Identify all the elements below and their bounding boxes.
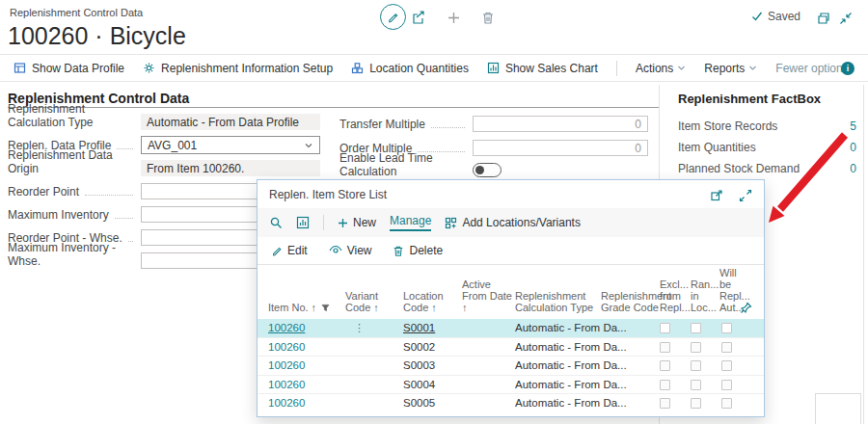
collapse-page-button[interactable] <box>839 12 853 25</box>
replenishment-calculation-type-field: Automatic - From Data Profile <box>141 114 320 130</box>
rank-in-loc-checkbox[interactable] <box>691 342 701 353</box>
delete-button[interactable] <box>481 11 495 25</box>
new-row-button[interactable]: New <box>338 216 376 229</box>
fewer-options-button[interactable]: Fewer options <box>775 62 848 75</box>
planned-stock-demand-value[interactable]: 0 <box>850 162 856 175</box>
actions-menu-label: Actions <box>636 62 673 75</box>
expand-icon[interactable] <box>739 189 752 202</box>
setup-gear-icon <box>143 62 155 74</box>
row-context-menu-icon[interactable]: ⋮ <box>354 322 365 334</box>
field-label: Replenishment Data Origin <box>8 161 137 175</box>
collapse-icon <box>839 12 853 25</box>
share-icon <box>412 11 426 25</box>
check-icon <box>751 11 763 22</box>
table-row[interactable]: 100260 S0005 Automatic - From Da... <box>258 394 764 413</box>
share-button[interactable] <box>412 11 426 25</box>
open-in-window-button[interactable] <box>817 12 830 25</box>
rank-in-loc-checkbox[interactable] <box>691 380 701 390</box>
replen-data-profile-value: AVG_001 <box>148 139 197 152</box>
excl-from-repl-checkbox[interactable] <box>660 342 670 353</box>
location-code-cell: S0004 <box>403 379 435 390</box>
view-row-label: View <box>347 244 372 257</box>
funnel-icon <box>321 304 330 312</box>
table-row[interactable]: 100260 ⋮ S0001 Automatic - From Da... <box>258 319 764 338</box>
calc-type-cell: Automatic - From Da... <box>515 379 627 390</box>
excl-from-repl-checkbox[interactable] <box>660 380 670 390</box>
location-code-cell: S0002 <box>403 341 435 353</box>
column-header-rank-in-loc[interactable]: Ran... in Loc... <box>691 278 718 313</box>
show-data-profile-label: Show Data Profile <box>32 62 124 75</box>
popout-icon[interactable] <box>710 189 723 202</box>
edit-row-button[interactable]: Edit <box>271 244 308 257</box>
factbox-title: Replenishment FactBox <box>678 92 821 106</box>
enable-lead-time-toggle[interactable] <box>473 163 502 177</box>
column-header-variant-code[interactable]: Variant Code ↑ <box>345 290 405 313</box>
will-be-repl-aut-checkbox[interactable] <box>721 398 732 409</box>
excl-from-repl-checkbox[interactable] <box>660 398 670 409</box>
item-no-link[interactable]: 100260 <box>268 322 305 333</box>
plus-icon <box>447 11 461 25</box>
item-no-link[interactable]: 100260 <box>268 397 305 409</box>
location-code-cell: S0003 <box>403 359 435 371</box>
rank-in-loc-checkbox[interactable] <box>691 360 701 371</box>
calc-type-cell: Automatic - From Da... <box>515 359 627 371</box>
table-row[interactable]: 100260 S0002 Automatic - From Da... <box>258 338 764 358</box>
location-code-cell[interactable]: S0001 <box>403 322 435 333</box>
excl-from-repl-checkbox[interactable] <box>660 360 670 371</box>
reports-menu-label: Reports <box>704 62 745 75</box>
order-multiple-input[interactable]: 0 <box>473 140 648 156</box>
location-quantities-button[interactable]: Location Quantities <box>351 62 469 75</box>
column-header-excl-from-repl[interactable]: Excl... from Repl... <box>660 278 689 313</box>
actions-menu[interactable]: Actions <box>636 62 686 75</box>
reports-menu[interactable]: Reports <box>704 62 757 75</box>
item-quantities-value[interactable]: 0 <box>850 141 856 154</box>
add-locations-variants-button[interactable]: Add Locations/Variants <box>445 216 581 229</box>
item-no-link[interactable]: 100260 <box>268 341 305 353</box>
column-header-active-from-date[interactable]: Active From Date ↑ <box>462 278 515 313</box>
replenishment-information-setup-button[interactable]: Replenishment Information Setup <box>143 62 333 75</box>
column-header-will-be-repl-aut[interactable]: Will be Repl... Aut... <box>719 267 750 313</box>
item-store-records-value[interactable]: 5 <box>850 119 856 133</box>
view-row-button[interactable]: View <box>329 244 372 257</box>
field-label: Maximum Inventory - Whse. <box>8 253 137 268</box>
field-label: Enable Lead Time Calculation <box>339 164 463 178</box>
column-header-location-code[interactable]: Location Code ↑ <box>403 290 463 313</box>
manage-tab[interactable]: Manage <box>390 214 431 231</box>
info-icon[interactable]: i <box>841 62 854 75</box>
restore-window-icon <box>817 12 830 25</box>
table-row[interactable]: 100260 S0003 Automatic - From Da... <box>258 357 764 376</box>
replenishment-control-data-page: Replenishment Control Data 100260 · Bicy… <box>0 0 868 424</box>
will-be-repl-aut-checkbox[interactable] <box>721 380 732 390</box>
chevron-down-icon <box>677 64 686 72</box>
show-sales-chart-button[interactable]: Show Sales Chart <box>487 62 598 75</box>
column-header-item-no[interactable]: Item No. ↑ <box>268 302 343 313</box>
replen-item-store-list-dialog: Replen. Item Store List New Manage <box>257 179 765 417</box>
analyze-icon[interactable] <box>296 216 310 229</box>
show-data-profile-button[interactable]: Show Data Profile <box>14 62 124 75</box>
new-row-label: New <box>353 216 376 229</box>
item-no-link[interactable]: 100260 <box>268 359 305 371</box>
delete-row-button[interactable]: Delete <box>393 244 443 257</box>
will-be-repl-aut-checkbox[interactable] <box>721 360 732 371</box>
item-no-link[interactable]: 100260 <box>268 379 305 390</box>
planned-stock-demand-label: Planned Stock Demand <box>678 162 800 175</box>
excl-from-repl-checkbox[interactable] <box>660 323 670 333</box>
item-quantities-label: Item Quantities <box>678 141 756 154</box>
chevron-down-icon[interactable] <box>304 141 313 150</box>
rank-in-loc-checkbox[interactable] <box>691 398 701 409</box>
column-header-replenishment-calculation-type[interactable]: Replenishment Calculation Type <box>515 290 600 313</box>
edit-button[interactable] <box>380 4 406 30</box>
location-code-cell: S0005 <box>403 397 435 409</box>
table-row[interactable]: 100260 S0004 Automatic - From Da... <box>258 376 764 395</box>
transfer-multiple-input[interactable]: 0 <box>473 116 648 132</box>
replen-data-profile-combobox[interactable]: AVG_001 <box>141 136 320 154</box>
new-button[interactable] <box>447 11 461 25</box>
search-icon[interactable] <box>269 216 283 229</box>
rank-in-loc-checkbox[interactable] <box>691 323 701 333</box>
factbox-row: Item Quantities 0 <box>678 141 856 154</box>
will-be-repl-aut-checkbox[interactable] <box>721 323 732 333</box>
grid-header: Item No. ↑ Variant Code ↑ Location Code … <box>258 265 764 319</box>
edit-row-label: Edit <box>287 244 308 257</box>
delete-row-label: Delete <box>409 244 443 257</box>
will-be-repl-aut-checkbox[interactable] <box>721 342 732 353</box>
